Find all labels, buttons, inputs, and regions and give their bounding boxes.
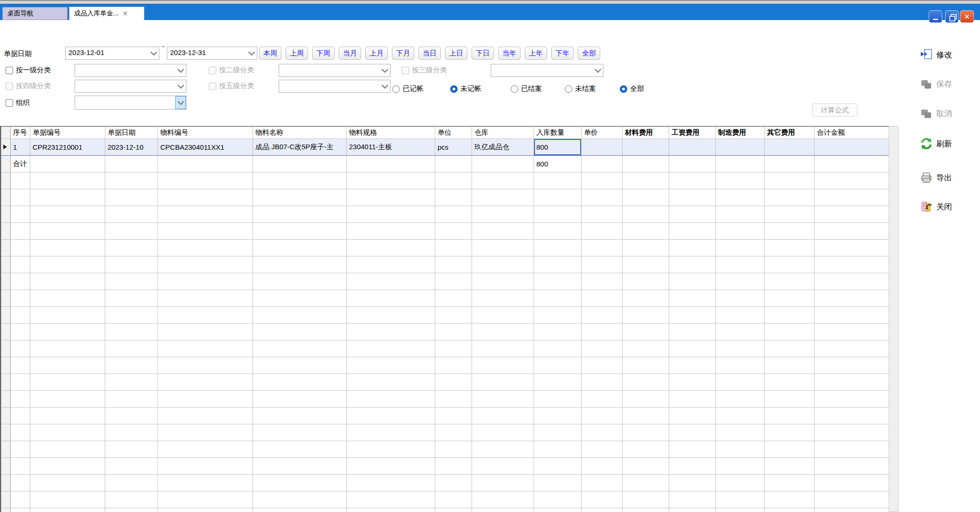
grid-cell[interactable]: [11, 357, 30, 374]
category-level4-select[interactable]: [75, 80, 186, 93]
grid-cell[interactable]: [716, 323, 765, 340]
grid-cell[interactable]: [582, 441, 623, 457]
grid-cell[interactable]: [435, 155, 472, 172]
grid-cell[interactable]: [716, 457, 765, 474]
grid-cell[interactable]: [623, 474, 669, 491]
grid-cell[interactable]: [765, 491, 815, 508]
grid-cell[interactable]: [30, 273, 105, 290]
grid-cell[interactable]: [30, 424, 105, 441]
column-header[interactable]: 入库数量: [534, 126, 582, 138]
grid-cell[interactable]: [582, 374, 623, 390]
row-marker-cell[interactable]: [1, 441, 11, 457]
grid-cell[interactable]: [716, 306, 765, 323]
radio-closed[interactable]: 已结案: [511, 84, 542, 93]
grid-cell[interactable]: [815, 222, 889, 239]
grid-cell[interactable]: [347, 357, 435, 374]
grid-cell[interactable]: [347, 273, 435, 290]
grid-cell[interactable]: 800: [534, 155, 582, 172]
grid-cell[interactable]: [669, 222, 716, 239]
grid-cell[interactable]: [347, 239, 435, 256]
grid-cell[interactable]: [347, 222, 435, 239]
quick-date-button[interactable]: 上年: [525, 47, 547, 60]
maximize-button[interactable]: [945, 10, 959, 23]
checkbox-organization[interactable]: 组织: [6, 98, 30, 107]
grid-cell[interactable]: [815, 457, 889, 474]
grid-cell[interactable]: [669, 491, 716, 508]
grid-cell[interactable]: [534, 390, 582, 407]
grid-cell[interactable]: [30, 340, 105, 357]
organization-select[interactable]: [75, 96, 186, 110]
grid-cell[interactable]: [582, 290, 623, 306]
grid-cell[interactable]: [815, 508, 889, 512]
grid-cell[interactable]: [716, 222, 765, 239]
grid-cell[interactable]: [472, 457, 534, 474]
grid-cell[interactable]: [253, 155, 347, 172]
grid-cell[interactable]: [534, 424, 582, 441]
row-marker-cell[interactable]: [1, 189, 11, 206]
grid-cell[interactable]: [623, 273, 669, 290]
grid-cell[interactable]: [253, 172, 347, 189]
grid-cell[interactable]: [669, 441, 716, 457]
grid-cell[interactable]: [158, 441, 253, 457]
grid-cell[interactable]: [30, 457, 105, 474]
grid-cell[interactable]: [815, 138, 889, 155]
grid-cell[interactable]: [347, 474, 435, 491]
grid-cell[interactable]: [30, 189, 105, 206]
grid-cell[interactable]: [435, 441, 472, 457]
grid-cell[interactable]: 1: [11, 138, 30, 155]
grid-cell[interactable]: [815, 273, 889, 290]
grid-cell[interactable]: [534, 306, 582, 323]
grid-cell[interactable]: [669, 306, 716, 323]
grid-cell[interactable]: 2304011-主板: [347, 138, 435, 155]
grid-cell[interactable]: [11, 340, 30, 357]
grid-cell[interactable]: [669, 138, 716, 155]
grid-cell[interactable]: [765, 374, 815, 390]
grid-cell[interactable]: [765, 441, 815, 457]
grid-cell[interactable]: [534, 222, 582, 239]
radio-icon[interactable]: [450, 85, 458, 93]
grid-cell[interactable]: [472, 508, 534, 512]
grid-cell[interactable]: [534, 374, 582, 390]
date-to-select[interactable]: 2023-12-31: [167, 47, 257, 60]
grid-cell[interactable]: [253, 508, 347, 512]
grid-cell[interactable]: [30, 323, 105, 340]
grid-cell[interactable]: [105, 357, 158, 374]
chevron-down-icon[interactable]: [379, 80, 390, 92]
quick-date-button[interactable]: 上周: [286, 47, 308, 60]
grid-cell[interactable]: [765, 138, 815, 155]
grid-cell[interactable]: [158, 474, 253, 491]
empty-row[interactable]: [1, 491, 889, 508]
grid-cell[interactable]: [11, 189, 30, 206]
grid-cell[interactable]: [472, 323, 534, 340]
checkbox-icon[interactable]: [209, 67, 216, 74]
category-level5-select[interactable]: [279, 80, 391, 93]
grid-cell[interactable]: [623, 340, 669, 357]
grid-cell[interactable]: [623, 306, 669, 323]
empty-row[interactable]: [1, 357, 889, 374]
empty-row[interactable]: [1, 306, 889, 323]
grid-cell[interactable]: [815, 474, 889, 491]
empty-row[interactable]: [1, 474, 889, 491]
grid-cell[interactable]: [253, 357, 347, 374]
grid-cell[interactable]: [435, 290, 472, 306]
checkbox-icon[interactable]: [6, 67, 13, 74]
chevron-down-icon[interactable]: [175, 64, 186, 76]
grid-cell[interactable]: [105, 374, 158, 390]
chevron-down-icon[interactable]: [246, 47, 257, 59]
row-marker-cell[interactable]: [1, 239, 11, 256]
grid-cell[interactable]: [669, 374, 716, 390]
formula-button[interactable]: 计算公式: [812, 104, 857, 117]
grid-cell[interactable]: [669, 340, 716, 357]
grid-cell[interactable]: [716, 273, 765, 290]
grid-cell[interactable]: [765, 424, 815, 441]
grid-cell[interactable]: [253, 491, 347, 508]
grid-cell[interactable]: [253, 206, 347, 222]
grid-cell[interactable]: [765, 239, 815, 256]
grid-cell[interactable]: [435, 374, 472, 390]
grid-cell[interactable]: [105, 441, 158, 457]
grid-cell[interactable]: [765, 407, 815, 424]
grid-cell[interactable]: [11, 390, 30, 407]
grid-cell[interactable]: [11, 290, 30, 306]
grid-cell[interactable]: [815, 206, 889, 222]
grid-cell[interactable]: [105, 340, 158, 357]
